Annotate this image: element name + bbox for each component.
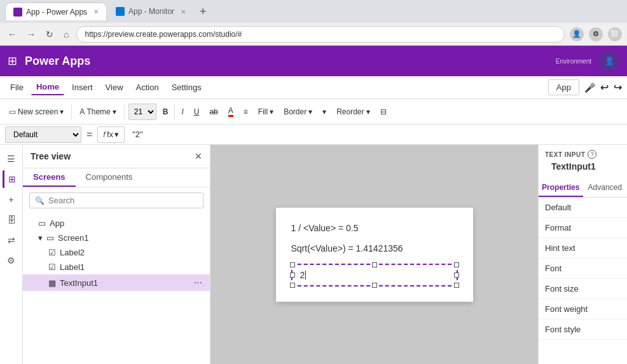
right-panel-item-font-style[interactable]: Font style bbox=[539, 320, 627, 340]
waffle-icon[interactable]: ⊞ bbox=[8, 54, 17, 68]
mic-icon[interactable]: 🎤 bbox=[584, 83, 595, 93]
sidebar-icon-settings[interactable]: ⚙ bbox=[3, 252, 20, 269]
app-button[interactable]: App bbox=[548, 79, 579, 95]
menu-view[interactable]: View bbox=[100, 80, 128, 95]
app-bar: ⊞ Power Apps Environment 👤 bbox=[0, 46, 627, 76]
font-color-button[interactable]: A bbox=[224, 104, 237, 119]
home-button[interactable]: ⌂ bbox=[61, 27, 71, 42]
tree-tab-screens[interactable]: Screens bbox=[23, 168, 76, 187]
sidebar-icon-data[interactable]: 🗄 bbox=[3, 211, 20, 229]
right-panel-tab-advanced[interactable]: Advanced bbox=[583, 179, 628, 197]
align-button[interactable]: ≡ bbox=[240, 105, 252, 118]
menu-settings[interactable]: Settings bbox=[167, 80, 207, 95]
theme-button[interactable]: A Theme ▾ bbox=[76, 105, 120, 118]
tab-powerapps-close[interactable]: ✕ bbox=[93, 8, 99, 15]
tab-monitor[interactable]: App - Monitor ✕ bbox=[108, 3, 193, 20]
environment-label: Environment bbox=[556, 58, 591, 65]
avatar[interactable]: 👤 bbox=[599, 51, 619, 71]
right-panel-item-hint-text[interactable]: Hint text bbox=[539, 238, 627, 259]
resize-handle-bl[interactable] bbox=[290, 283, 295, 288]
right-panel-item-font-weight[interactable]: Font weight bbox=[539, 299, 627, 320]
right-panel-title: TEXT INPUT bbox=[545, 151, 585, 158]
canvas-content: 1 / <Value> = 0.5 Sqrt(<Value>) = 1.4142… bbox=[276, 208, 473, 302]
font-color-icon: A bbox=[228, 106, 233, 117]
sidebar-icon-connections[interactable]: ⇄ bbox=[3, 231, 20, 249]
three-dots-button[interactable]: ··· bbox=[194, 277, 202, 288]
undo-icon[interactable]: ↩ bbox=[600, 81, 609, 93]
font-size-select[interactable]: 21 bbox=[128, 104, 156, 120]
dropdown-button[interactable]: ▾ bbox=[319, 105, 330, 118]
right-panel-tab-properties[interactable]: Properties bbox=[539, 179, 583, 197]
help-icon[interactable]: ? bbox=[588, 150, 596, 159]
fill-label: Fill bbox=[258, 107, 268, 116]
search-input[interactable] bbox=[48, 196, 198, 205]
sidebar-icon-layers[interactable]: ⊞ bbox=[3, 170, 20, 188]
reorder-button[interactable]: Reorder ▾ bbox=[333, 105, 373, 118]
tree-item-label1[interactable]: ☑ Label1 bbox=[23, 260, 210, 274]
fx-button[interactable]: f fx ▾ bbox=[97, 126, 125, 143]
strikethrough-button[interactable]: ab bbox=[205, 105, 221, 118]
new-tab-button[interactable]: + bbox=[195, 5, 212, 18]
formula-value: "2" bbox=[132, 130, 142, 139]
tree-item-label2[interactable]: ☑ Label2 bbox=[23, 245, 210, 260]
profile-icon[interactable]: 👤 bbox=[570, 27, 584, 41]
resize-handle-ml[interactable] bbox=[290, 273, 295, 278]
tree-item-textinput1[interactable]: ▦ TextInput1 ··· bbox=[23, 274, 210, 291]
fx-chevron: ▾ bbox=[114, 130, 119, 139]
right-panel-item-font[interactable]: Font bbox=[539, 259, 627, 279]
right-panel-item-default[interactable]: Default bbox=[539, 198, 627, 218]
italic-button[interactable]: I bbox=[177, 105, 187, 118]
sidebar-icon-add[interactable]: + bbox=[3, 191, 20, 208]
resize-handle-br[interactable] bbox=[454, 283, 459, 288]
label1-label: Label1 bbox=[60, 262, 85, 272]
tree-title: Tree view bbox=[31, 151, 71, 161]
search-box[interactable]: 🔍 bbox=[29, 192, 203, 208]
forward-button[interactable]: → bbox=[24, 27, 38, 42]
resize-handle-bm[interactable] bbox=[372, 283, 377, 288]
fill-button[interactable]: Fill ▾ bbox=[254, 105, 277, 118]
bold-button[interactable]: B bbox=[159, 105, 172, 118]
align-right-button[interactable]: ⊟ bbox=[376, 105, 390, 118]
property-select[interactable]: Default bbox=[5, 126, 81, 143]
new-screen-button[interactable]: ▭ New screen ▾ bbox=[5, 105, 67, 118]
menu-file[interactable]: File bbox=[5, 80, 29, 95]
resize-handle-mr[interactable] bbox=[454, 273, 459, 278]
menu-right: App 🎤 ↩ ↪ bbox=[548, 79, 622, 95]
formula-line1: 1 / <Value> = 0.5 bbox=[291, 223, 458, 233]
reorder-label: Reorder bbox=[336, 107, 364, 116]
menu-home[interactable]: Home bbox=[31, 79, 64, 95]
border-button[interactable]: Border ▾ bbox=[280, 105, 316, 118]
sidebar-icons: ☰ ⊞ + 🗄 ⇄ ⚙ bbox=[0, 145, 23, 364]
address-input[interactable] bbox=[76, 26, 565, 43]
redo-icon[interactable]: ↪ bbox=[614, 81, 622, 93]
right-panel-item-format[interactable]: Format bbox=[539, 218, 627, 238]
tab-powerapps[interactable]: App - Power Apps ✕ bbox=[5, 3, 107, 20]
label2-icon: ☑ bbox=[48, 248, 56, 257]
refresh-button[interactable]: ↻ bbox=[43, 27, 56, 42]
formula-line2: Sqrt(<Value>) = 1.41421356 bbox=[291, 243, 458, 253]
new-screen-icon: ▭ bbox=[9, 107, 16, 116]
avatar-img: 👤 bbox=[605, 57, 614, 65]
screen1-expand-icon: ▾ bbox=[38, 233, 43, 243]
textinput1-icon: ▦ bbox=[48, 278, 56, 288]
text-input-control[interactable]: 2 bbox=[291, 264, 458, 286]
resize-handle-tm[interactable] bbox=[372, 262, 377, 267]
underline-button[interactable]: U bbox=[190, 105, 203, 118]
text-cursor bbox=[305, 271, 306, 280]
menu-insert[interactable]: Insert bbox=[67, 80, 98, 95]
resize-handle-tl[interactable] bbox=[290, 262, 295, 267]
extensions-icon[interactable]: ⬜ bbox=[608, 27, 622, 41]
settings-icon[interactable]: ⚙ bbox=[589, 27, 603, 41]
tree-item-screen1[interactable]: ▾ ▭ Screen1 bbox=[23, 231, 210, 245]
resize-handle-tr[interactable] bbox=[454, 262, 459, 267]
app-name: Power Apps bbox=[25, 55, 90, 68]
sidebar-icon-menu[interactable]: ☰ bbox=[3, 150, 20, 168]
menu-action[interactable]: Action bbox=[131, 80, 164, 95]
tree-close-button[interactable]: ✕ bbox=[195, 151, 202, 161]
right-panel-item-font-size[interactable]: Font size bbox=[539, 279, 627, 299]
tree-item-app[interactable]: ▭ App bbox=[23, 216, 210, 231]
tab-monitor-close[interactable]: ✕ bbox=[181, 8, 186, 15]
tree-tab-components[interactable]: Components bbox=[76, 168, 143, 187]
toolbar-sep3 bbox=[174, 104, 175, 119]
back-button[interactable]: ← bbox=[5, 27, 19, 42]
